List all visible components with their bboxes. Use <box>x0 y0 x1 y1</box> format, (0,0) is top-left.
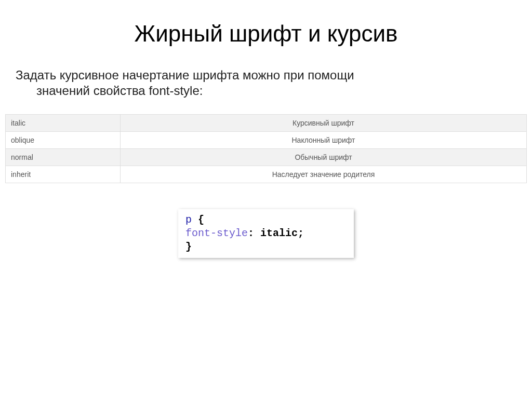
table-cell-desc: Наклонный шрифт <box>121 132 527 149</box>
table-row: normal Обычный шрифт <box>6 149 527 166</box>
table-row: oblique Наклонный шрифт <box>6 132 527 149</box>
page-title: Жирный шрифт и курсив <box>0 21 532 47</box>
table-cell-key: inherit <box>6 166 121 183</box>
intro-text: Задать курсивное начертание шрифта можно… <box>16 67 501 99</box>
table-cell-desc: Курсивный шрифт <box>121 115 527 132</box>
intro-line1: Задать курсивное начертание шрифта можно… <box>16 68 354 82</box>
font-style-table: italic Курсивный шрифт oblique Наклонный… <box>5 114 527 183</box>
table-cell-desc: Обычный шрифт <box>121 149 527 166</box>
table-row: inherit Наследует значение родителя <box>6 166 527 183</box>
code-snippet: p { font-style: italic; } <box>178 209 354 258</box>
intro-line2: значений свойства font-style: <box>16 83 501 99</box>
code-property: font-style <box>185 227 248 239</box>
code-value: italic <box>260 227 298 239</box>
table-cell-key: normal <box>6 149 121 166</box>
table-cell-key: oblique <box>6 132 121 149</box>
code-brace-close: } <box>185 241 192 253</box>
code-semicolon: ; <box>298 227 304 239</box>
table-cell-desc: Наследует значение родителя <box>121 166 527 183</box>
code-colon: : <box>248 227 260 239</box>
code-selector: p <box>185 214 192 226</box>
table-cell-key: italic <box>6 115 121 132</box>
code-brace-open: { <box>198 214 204 226</box>
table-row: italic Курсивный шрифт <box>6 115 527 132</box>
slide: Жирный шрифт и курсив Задать курсивное н… <box>0 0 532 398</box>
